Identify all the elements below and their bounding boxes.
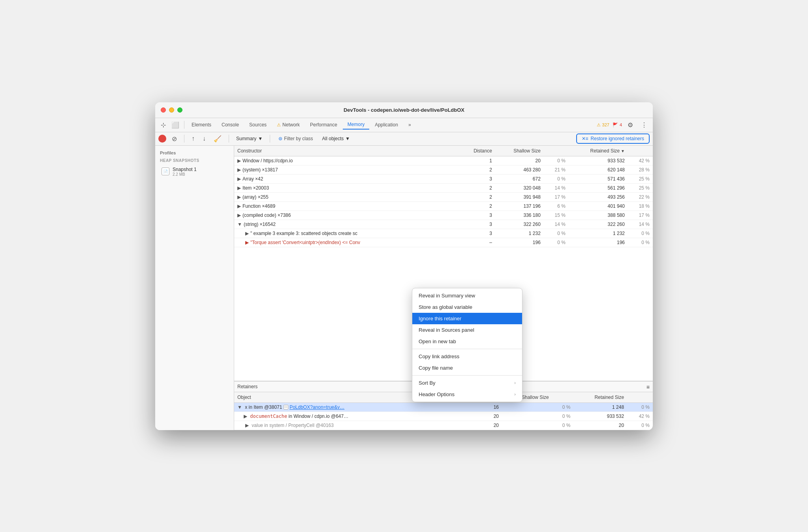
menu-item-reveal-summary[interactable]: Reveal in Summary view: [412, 290, 522, 301]
data-panel: Constructor Distance Shallow Size Retain…: [234, 146, 653, 430]
cleanup-btn[interactable]: 🧹: [211, 134, 224, 144]
filter-icon: ⊜: [278, 136, 282, 141]
table-row[interactable]: ▼(string) ×16542 3 322 260 14 % 322 260 …: [234, 220, 653, 229]
tab-console[interactable]: Console: [217, 120, 244, 129]
header-options-arrow: ›: [514, 392, 516, 397]
close-button[interactable]: [161, 107, 166, 113]
warning-icon-sm: ⚠: [597, 122, 601, 128]
retainer-row[interactable]: ▶ documentCache in Window / cdpn.io @647…: [234, 412, 653, 421]
file-icon: □: [284, 405, 288, 410]
menu-item-store-global[interactable]: Store as global variable: [412, 301, 522, 313]
warning-badge: ⚠ 327: [597, 122, 609, 128]
tab-network[interactable]: ⚠ Network: [272, 120, 304, 129]
tab-sources[interactable]: Sources: [244, 120, 271, 129]
context-menu: Reveal in Summary view Store as global v…: [412, 288, 522, 402]
error-badge: 🚩 4: [613, 122, 622, 128]
tab-bar: ⊹ ⬜ Elements Console Sources ⚠ Network P…: [155, 118, 653, 132]
settings-button[interactable]: ⚙: [625, 120, 635, 130]
sidebar: Profiles HEAP SNAPSHOTS 📄 Snapshot 1 2.2…: [155, 146, 234, 430]
shallow-size-header: Shallow Size: [495, 146, 544, 156]
sep4: [270, 135, 270, 143]
snapshot-info: Snapshot 1 2.2 MB: [173, 167, 197, 177]
shallow-pct-header-ret: [552, 392, 574, 403]
retained-header-ret: Retained Size: [574, 392, 628, 403]
tab-performance[interactable]: Performance: [305, 120, 342, 129]
restore-icon: ✕≡: [582, 136, 588, 141]
menu-divider2: [412, 375, 522, 376]
chevron-down-icon2: ▼: [345, 136, 350, 141]
toolbar-right: ⚠ 327 🚩 4 ⚙ ⋮: [597, 120, 650, 130]
table-row[interactable]: ▶Array ×42 3 672 0 % 571 436 25 %: [234, 174, 653, 183]
retained-pct-header-ret: [627, 392, 653, 403]
table-row[interactable]: ▶(compiled code) ×7386 3 336 180 15 % 38…: [234, 211, 653, 220]
retainer-row[interactable]: ▶ value in system / PropertyCell @40163 …: [234, 421, 653, 430]
traffic-lights: [161, 107, 182, 113]
menu-item-sort-by[interactable]: Sort By ›: [412, 377, 522, 389]
minimize-button[interactable]: [169, 107, 174, 113]
heap-snapshots-title: HEAP SNAPSHOTS: [160, 158, 231, 163]
snapshot-item[interactable]: 📄 Snapshot 1 2.2 MB: [158, 164, 231, 179]
table-row[interactable]: ▶Window / https://cdpn.io 1 20 0 % 933 5…: [234, 156, 653, 165]
retainers-scroll-icon[interactable]: ≡: [646, 384, 650, 390]
distance-header: Distance: [464, 146, 495, 156]
title-bar: DevTools - codepen.io/web-dot-dev/live/P…: [155, 102, 653, 118]
record-btn[interactable]: [158, 135, 166, 143]
table-row[interactable]: ▶(system) ×13817 2 463 280 21 % 620 148 …: [234, 165, 653, 174]
stop-btn[interactable]: ⊘: [169, 134, 179, 144]
restore-ignored-btn[interactable]: ✕≡ Restore ignored retainers: [576, 133, 650, 144]
tab-memory[interactable]: Memory: [343, 120, 369, 130]
table-row[interactable]: ▶" example 3 example 3: scattered object…: [234, 229, 653, 238]
table-row[interactable]: ▶"Torque assert 'Convert<uintptr>(endInd…: [234, 238, 653, 247]
device-toggle-btn[interactable]: ⬜: [169, 120, 182, 130]
retained-pct-header: [628, 146, 653, 156]
summary-dropdown[interactable]: Summary ▼: [234, 135, 265, 143]
retainer-row[interactable]: ▼ x in Item @38071 □ PoLdbOX?anon=true&v…: [234, 402, 653, 412]
chevron-down-icon: ▼: [258, 136, 263, 141]
shallow-pct-header: [544, 146, 569, 156]
table-row[interactable]: ▶(array) ×255 2 391 948 17 % 493 256 22 …: [234, 192, 653, 201]
tab-elements[interactable]: Elements: [187, 120, 216, 129]
cursor-icon-btn[interactable]: ⊹: [158, 120, 168, 130]
more-options-button[interactable]: ⋮: [639, 120, 650, 130]
tab-application[interactable]: Application: [370, 120, 403, 129]
menu-item-copy-filename[interactable]: Copy file name: [412, 362, 522, 374]
constructor-table: Constructor Distance Shallow Size Retain…: [234, 146, 653, 247]
separator: [184, 121, 184, 129]
table-row[interactable]: ▶Function ×4689 2 137 196 6 % 401 940 18…: [234, 201, 653, 211]
filter-btn[interactable]: ⊜ Filter by class: [275, 134, 316, 143]
load-btn[interactable]: ↓: [200, 134, 208, 143]
snapshot-name: Snapshot 1: [173, 167, 197, 172]
menu-divider: [412, 349, 522, 349]
retainers-tbody: ▼ x in Item @38071 □ PoLdbOX?anon=true&v…: [234, 402, 653, 430]
menu-item-open-tab[interactable]: Open in new tab: [412, 336, 522, 347]
sub-toolbar: ⊘ ↑ ↓ 🧹 Summary ▼ ⊜ Filter by class All …: [155, 132, 653, 146]
sort-by-arrow: ›: [514, 380, 516, 385]
menu-item-reveal-sources[interactable]: Reveal in Sources panel: [412, 324, 522, 336]
profiles-title: Profiles: [158, 150, 231, 155]
tab-more[interactable]: »: [404, 120, 416, 129]
menu-item-header-options[interactable]: Header Options ›: [412, 389, 522, 400]
snapshot-icon: 📄: [162, 167, 169, 175]
sep2: [184, 135, 184, 143]
menu-item-copy-link[interactable]: Copy link address: [412, 351, 522, 362]
maximize-button[interactable]: [177, 107, 182, 113]
error-icon: 🚩: [613, 122, 618, 128]
retained-size-header: Retained Size: [569, 146, 628, 156]
snapshot-size: 2.2 MB: [173, 172, 197, 177]
table-row[interactable]: ▶Item ×20003 2 320 048 14 % 561 296 25 %: [234, 183, 653, 192]
constructor-tbody: ▶Window / https://cdpn.io 1 20 0 % 933 5…: [234, 156, 653, 247]
constructor-header: Constructor: [234, 146, 464, 156]
window-title: DevTools - codepen.io/web-dot-dev/live/P…: [344, 107, 464, 113]
menu-item-ignore-retainer[interactable]: Ignore this retainer: [412, 313, 522, 324]
main-content: Profiles HEAP SNAPSHOTS 📄 Snapshot 1 2.2…: [155, 146, 653, 430]
retainer-link[interactable]: PoLdbOX?anon=true&v…: [289, 404, 344, 410]
objects-dropdown[interactable]: All objects ▼: [320, 135, 353, 143]
take-snapshot-btn[interactable]: ↑: [189, 134, 197, 143]
devtools-window: DevTools - codepen.io/web-dot-dev/live/P…: [155, 102, 653, 430]
sep3: [229, 135, 229, 143]
warning-icon: ⚠: [277, 122, 281, 128]
